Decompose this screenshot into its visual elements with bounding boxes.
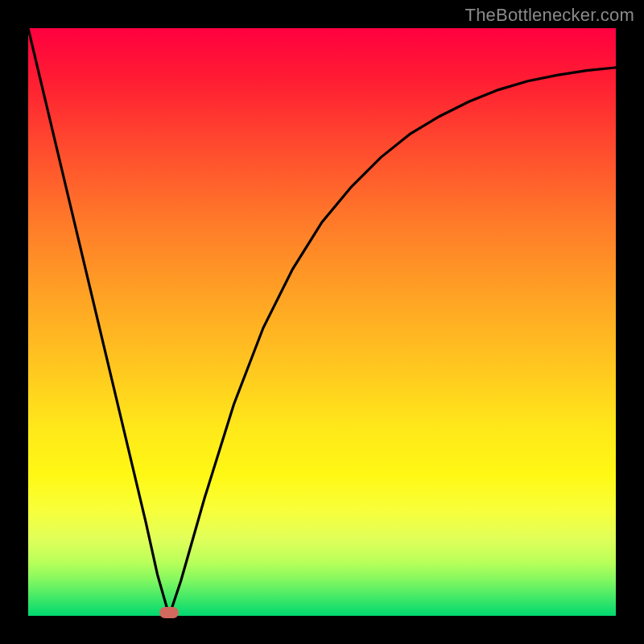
bottleneck-curve	[28, 28, 616, 616]
plot-area	[28, 28, 616, 616]
watermark-text: TheBottlenecker.com	[465, 5, 634, 26]
curve-path	[28, 28, 616, 616]
min-marker	[159, 607, 179, 618]
chart-frame: TheBottlenecker.com	[0, 0, 644, 644]
